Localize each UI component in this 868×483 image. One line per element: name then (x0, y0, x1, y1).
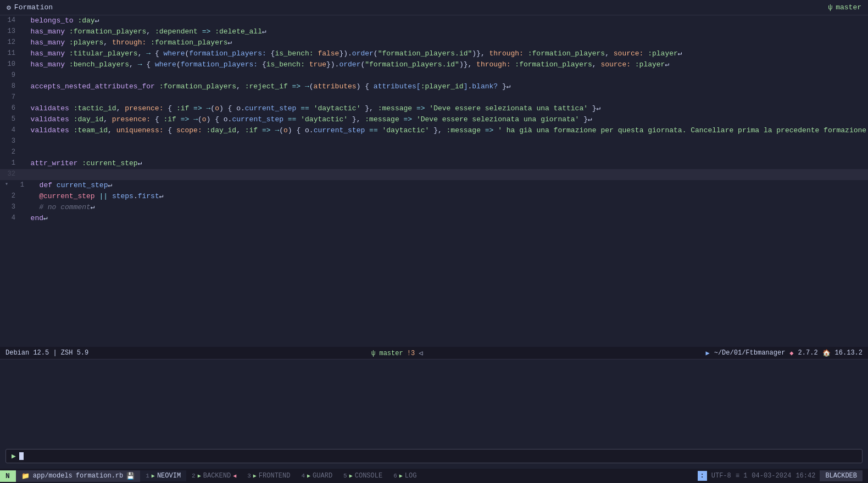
line-num: 3 (2, 136, 22, 146)
git-arrow: ◁ (419, 350, 422, 357)
line-content: validates :team_id, uniqueness: { scope:… (22, 125, 868, 136)
code-line: 6 validates :tactic_id, presence: { :if … (0, 103, 868, 114)
line-content (22, 92, 866, 103)
editor-area: 14 belongs_to :day↵ 13 has_many :formati… (0, 15, 868, 359)
title-bar-left: ⚙ Formation (7, 3, 53, 12)
encoding: UTF-8 (711, 472, 731, 480)
code-container: 14 belongs_to :day↵ 13 has_many :formati… (0, 15, 868, 347)
tab-1-triangle: ▶ (152, 473, 155, 479)
tab-4-num: 4 (301, 473, 305, 479)
prompt-cursor (19, 452, 24, 460)
bottom-right: : UTF-8 ≡ 1 04-03-2024 16:42 BLACKDEB (698, 470, 868, 481)
folder-icon-bottom: 📁 (21, 472, 30, 480)
line-num: 2 (2, 147, 22, 157)
line-num: 4 (2, 125, 22, 135)
terminal-content (0, 360, 868, 443)
code-line-separator: 32 (0, 169, 868, 180)
node-version: 16.13.2 (835, 349, 863, 357)
tab-6-triangle: ▶ (399, 473, 403, 479)
line-content: belongs_to :day↵ (22, 15, 866, 26)
line-num: 13 (2, 26, 22, 36)
tab-4-triangle: ▶ (307, 473, 310, 479)
ruby-icon: ◆ (789, 349, 793, 357)
line-content (22, 169, 866, 180)
bottom-left: N 📁 app/models formation.rb 💾 1 ▶ NEOVIM… (0, 470, 422, 482)
code-line: 4 validates :team_id, uniqueness: { scop… (0, 125, 868, 136)
git-branch-title: master (836, 3, 861, 12)
line-content (22, 147, 866, 158)
line-content: has_many :bench_players, → { where(forma… (22, 59, 866, 70)
code-line: 2 @current_step || steps.first↵ (0, 191, 868, 202)
line-num-icon: ≡ (736, 472, 743, 480)
tab-backend[interactable]: 2 ▶ BACKEND ◀ (186, 470, 242, 481)
code-line: 14 belongs_to :day↵ (0, 15, 868, 26)
tab-console[interactable]: 5 ▶ CONSOLE (338, 470, 388, 481)
line-content: def current_step↵ (31, 180, 866, 191)
code-line: 5 validates :day_id, presence: { :if => … (0, 114, 868, 125)
os-badge: BLACKDEB (820, 470, 863, 481)
line-num: 1 (2, 158, 22, 168)
line-num: 7 (2, 92, 22, 102)
terminal-prompt-box[interactable]: ▶ (5, 449, 863, 463)
code-line: 8 accepts_nested_attributes_for :formati… (0, 81, 868, 92)
title-bar-right: ψ master (828, 3, 861, 12)
line-content: attr_writer :current_step↵ (22, 158, 866, 169)
terminal-area: ▶ (0, 359, 868, 469)
line-content (22, 136, 866, 147)
line-content: validates :day_id, presence: { :if => →(… (22, 114, 866, 125)
tab-guard[interactable]: 4 ▶ GUARD (296, 470, 338, 481)
backend-alert: ◀ (233, 473, 236, 479)
modified-icon: 💾 (126, 472, 135, 480)
line-num: 1 (11, 180, 31, 190)
tab-neovim[interactable]: 1 ▶ NEOVIM (140, 470, 186, 481)
tab-5-num: 5 (343, 473, 347, 479)
code-line: 2 (0, 147, 868, 158)
code-line: 11 has_many :titular_players, → { where(… (0, 48, 868, 59)
code-line: 13 has_many :formation_players, :depende… (0, 26, 868, 37)
tab-log[interactable]: 6 ▶ LOG (388, 470, 422, 481)
line-content: has_many :formation_players, :dependent … (22, 26, 866, 37)
line-num: 32 (2, 169, 22, 179)
tab-4-label: GUARD (313, 472, 332, 480)
tab-1-label: NEOVIM (157, 472, 181, 480)
fold-icon: ▾ (2, 180, 11, 188)
status-left: Debian 12.5 | ZSH 5.9 (5, 349, 88, 357)
title-bar: ⚙ Formation ψ master (0, 0, 868, 15)
date: 04-03-2024 (752, 472, 791, 480)
tab-6-label: LOG (405, 472, 417, 480)
tab-3-num: 3 (247, 473, 251, 479)
tab-3-triangle: ▶ (253, 473, 257, 479)
code-line: 12 has_many :players, through: :formatio… (0, 37, 868, 48)
line-content: has_many :players, through: :formation_p… (22, 37, 866, 48)
line-num: 14 (2, 15, 22, 25)
tab-2-triangle: ▶ (198, 473, 201, 479)
editor-status-line: Debian 12.5 | ZSH 5.9 ψ master !3 ◁ ▶ ~/… (0, 347, 868, 359)
line-content: has_many :titular_players, → { where(for… (22, 48, 866, 59)
tab-1-num: 1 (146, 473, 149, 479)
line-content (22, 70, 866, 81)
line-num: 6 (2, 103, 22, 113)
path-status: ▶ ~/De/01/Ftbmanager ◆ 2.7.2 🏠 16.13.2 (705, 349, 863, 357)
line-content: validates :tactic_id, presence: { :if =>… (22, 103, 866, 114)
line-content: accepts_nested_attributes_for :formation… (22, 81, 866, 92)
line-num: 5 (2, 114, 22, 124)
git-changes: !3 (407, 350, 415, 357)
tab-frontend[interactable]: 3 ▶ FRONTEND (242, 470, 296, 481)
folder-icon-status: ▶ (705, 349, 709, 357)
git-status-left: ψ master !3 ◁ (371, 349, 423, 357)
time: 16:42 (795, 472, 815, 480)
tab-5-label: CONSOLE (355, 472, 382, 480)
code-line: 1 attr_writer :current_step↵ (0, 158, 868, 169)
vim-mode-badge: N (0, 470, 16, 482)
os-info: Debian 12.5 | ZSH 5.9 (5, 349, 88, 357)
prompt-icon: ψ (828, 3, 832, 12)
tab-6-num: 6 (393, 473, 397, 479)
code-line: 9 (0, 70, 868, 81)
colon-icon: : (698, 471, 707, 481)
git-branch-status: master (379, 350, 403, 357)
line-content: end↵ (22, 213, 866, 224)
window-title: Formation (14, 3, 53, 12)
line-num: 9 (2, 70, 22, 80)
code-lines: 14 belongs_to :day↵ 13 has_many :formati… (0, 15, 868, 347)
code-line: 3 # no comment↵ (0, 202, 868, 213)
